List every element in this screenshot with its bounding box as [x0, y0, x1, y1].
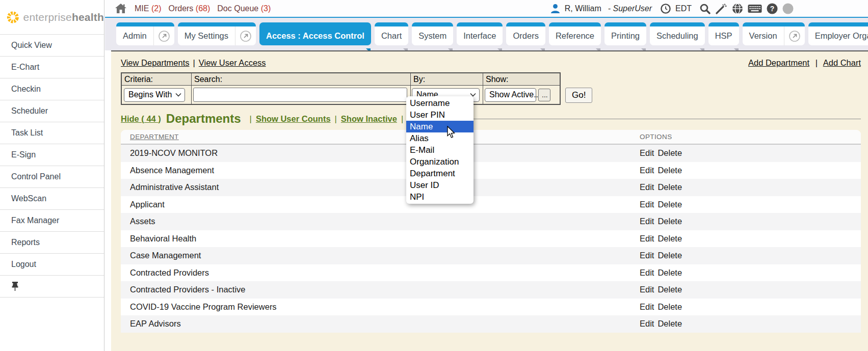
- enterprisehealth-logo-icon: [7, 6, 19, 29]
- sidebar-item[interactable]: Checkin: [0, 78, 104, 100]
- pushpin-icon[interactable]: [11, 282, 19, 291]
- delete-link[interactable]: Delete: [657, 302, 682, 311]
- criteria-select[interactable]: Begins With: [124, 88, 185, 102]
- external-link-icon[interactable]: [235, 26, 256, 45]
- external-link-icon[interactable]: [784, 26, 805, 45]
- department-column-header[interactable]: DEPARTMENT: [130, 133, 179, 141]
- row-options: EditDelete: [640, 251, 686, 260]
- tab-system[interactable]: System: [412, 22, 453, 50]
- add-department-link[interactable]: Add Department: [748, 58, 809, 67]
- globe-icon[interactable]: [732, 3, 743, 14]
- go-button[interactable]: Go!: [565, 88, 592, 103]
- dropdown-option-organization[interactable]: Organization: [406, 156, 474, 168]
- sidebar-item[interactable]: Quick View: [0, 35, 104, 57]
- tab-hsp[interactable]: HSP: [708, 22, 739, 50]
- view-departments-link[interactable]: View Departments: [121, 58, 190, 68]
- sidebar-item[interactable]: E-Chart: [0, 57, 104, 78]
- delete-link[interactable]: Delete: [657, 251, 682, 260]
- edit-link[interactable]: Edit: [640, 217, 654, 226]
- dropdown-option-email[interactable]: E-Mail: [406, 144, 474, 156]
- avatar-circle[interactable]: [782, 3, 794, 14]
- nav-doc-queue[interactable]: Doc Queue (3): [217, 4, 271, 13]
- row-options: EditDelete: [640, 200, 686, 209]
- sidebar-item[interactable]: Control Panel: [0, 166, 104, 188]
- sidebar-item[interactable]: Reports: [0, 232, 104, 254]
- dropdown-option-user-id[interactable]: User ID: [406, 179, 474, 191]
- sidebar-item[interactable]: Scheduler: [0, 100, 104, 122]
- external-link-icon[interactable]: [153, 26, 174, 45]
- tab-version[interactable]: Version: [743, 22, 805, 50]
- wand-icon[interactable]: [715, 3, 727, 14]
- home-icon[interactable]: [115, 4, 126, 13]
- dropdown-option-department[interactable]: Department: [406, 168, 474, 179]
- dropdown-option-alias[interactable]: Alias: [406, 132, 474, 144]
- add-chart-link[interactable]: Add Chart: [823, 58, 861, 67]
- tab-admin[interactable]: Admin: [116, 22, 174, 50]
- tab-scheduling[interactable]: Scheduling: [650, 22, 705, 50]
- delete-link[interactable]: Delete: [657, 217, 682, 226]
- search-icon[interactable]: [699, 3, 711, 14]
- edit-link[interactable]: Edit: [640, 285, 654, 294]
- tab-employer-organization[interactable]: Employer Organization: [808, 22, 868, 50]
- user-role: - SuperUser: [608, 4, 652, 13]
- search-input[interactable]: [193, 88, 407, 102]
- help-icon[interactable]: ?: [767, 3, 778, 14]
- edit-link[interactable]: Edit: [640, 200, 654, 209]
- sidebar-item[interactable]: E-Sign: [0, 144, 104, 166]
- table-row: Assets EditDelete: [121, 213, 861, 230]
- brand-logo-row: enterprisehealth: [0, 0, 104, 35]
- edit-link[interactable]: Edit: [640, 268, 654, 277]
- delete-link[interactable]: Delete: [657, 148, 682, 157]
- delete-link[interactable]: Delete: [657, 268, 682, 277]
- dropdown-option-npi[interactable]: NPI: [406, 191, 474, 203]
- tab-chart[interactable]: Chart: [375, 22, 408, 50]
- tab-orders[interactable]: Orders: [506, 22, 545, 50]
- keyboard-icon[interactable]: [748, 4, 762, 14]
- table-row: 2019-NCOV MONITOR EditDelete: [121, 145, 861, 162]
- dropdown-option-username[interactable]: Username: [406, 97, 474, 109]
- delete-link[interactable]: Delete: [657, 234, 682, 243]
- department-name: Absence Management: [130, 166, 640, 175]
- edit-link[interactable]: Edit: [640, 148, 654, 157]
- department-name: Contracted Providers - Inactive: [130, 285, 640, 294]
- clock-icon[interactable]: [661, 4, 671, 14]
- tab-access-control-active[interactable]: Access : Access Control: [259, 22, 371, 50]
- by-select-open-dropdown: Username User PIN Name Alias E-Mail Orga…: [406, 96, 474, 204]
- delete-link[interactable]: Delete: [657, 200, 682, 209]
- sidebar-item[interactable]: Logout: [0, 254, 104, 276]
- dropdown-option-name-selected[interactable]: Name: [406, 121, 474, 132]
- tab-interface[interactable]: Interface: [457, 22, 503, 50]
- sidebar-pin-row[interactable]: [0, 276, 104, 298]
- table-row: Case Management EditDelete: [121, 247, 861, 264]
- sidebar-item[interactable]: WebScan: [0, 188, 104, 210]
- edit-link[interactable]: Edit: [640, 182, 654, 192]
- sidebar-item[interactable]: Fax Manager: [0, 210, 104, 232]
- top-bar: MIE (2) Orders (68) Doc Queue (3) R, Wil…: [105, 0, 868, 17]
- nav-orders[interactable]: Orders (68): [168, 4, 210, 13]
- tab-reference[interactable]: Reference: [549, 22, 601, 50]
- mie-count-badge: (2): [151, 4, 162, 13]
- nav-mie[interactable]: MIE (2): [135, 4, 161, 13]
- hide-count-link[interactable]: Hide ( 44 ): [121, 114, 161, 124]
- show-user-counts-link[interactable]: Show User Counts: [256, 114, 331, 124]
- dropdown-option-user-pin[interactable]: User PIN: [406, 109, 474, 121]
- delete-link[interactable]: Delete: [657, 182, 682, 192]
- view-user-access-link[interactable]: View User Access: [199, 58, 266, 68]
- show-more-button[interactable]: ...: [538, 89, 550, 101]
- edit-link[interactable]: Edit: [640, 234, 654, 243]
- table-row: Behavioral Health EditDelete: [121, 230, 861, 248]
- delete-link[interactable]: Delete: [657, 319, 682, 328]
- show-inactive-link[interactable]: Show Inactive: [341, 114, 397, 124]
- edit-link[interactable]: Edit: [640, 166, 654, 175]
- tab-printing[interactable]: Printing: [604, 22, 646, 50]
- delete-link[interactable]: Delete: [657, 166, 682, 175]
- delete-link[interactable]: Delete: [657, 285, 682, 294]
- user-name[interactable]: R, William: [565, 4, 601, 13]
- edit-link[interactable]: Edit: [640, 302, 654, 311]
- department-name: Assets: [130, 217, 640, 226]
- sidebar-item[interactable]: Task List: [0, 122, 104, 144]
- edit-link[interactable]: Edit: [640, 251, 654, 260]
- tab-my-settings[interactable]: My Settings: [178, 22, 256, 50]
- edit-link[interactable]: Edit: [640, 319, 654, 328]
- show-select[interactable]: Show Active...: [485, 88, 536, 102]
